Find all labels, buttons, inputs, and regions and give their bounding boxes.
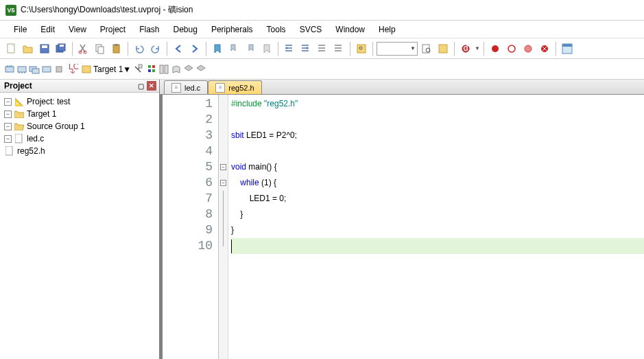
menu-flash[interactable]: Flash — [132, 22, 166, 37]
project-icon: 📐 — [14, 97, 25, 106]
bookmark-toggle-button[interactable] — [210, 41, 225, 56]
tree-label: Project: test — [27, 97, 70, 106]
titlebar: V5 C:\Users\hongy\Downloads\test.uvproj … — [0, 0, 644, 21]
svg-rect-14 — [422, 45, 429, 53]
breakpoint-insert-button[interactable] — [488, 41, 503, 56]
menu-svcs[interactable]: SVCS — [293, 22, 329, 37]
menu-edit[interactable]: Edit — [34, 22, 62, 37]
nav-forward-button[interactable] — [187, 41, 202, 56]
tab-led-c[interactable]: ≡led.c — [164, 80, 208, 94]
manage-env-button[interactable] — [158, 64, 169, 75]
svg-rect-32 — [82, 66, 91, 73]
tree-project-root[interactable]: − 📐 Project: test — [1, 95, 158, 108]
close-panel-button[interactable]: ✕ — [147, 81, 156, 91]
file-icon: ≡ — [171, 83, 181, 93]
tree-source-group[interactable]: − Source Group 1 — [1, 120, 158, 132]
books-button[interactable] — [171, 64, 182, 75]
file-extensions-button[interactable] — [146, 64, 157, 75]
translate-button[interactable] — [4, 64, 15, 75]
breakpoint-kill-button[interactable] — [537, 41, 552, 56]
collapse-icon[interactable]: − — [4, 123, 12, 130]
target-selector[interactable]: Target 1▼ — [93, 65, 131, 74]
window-title: C:\Users\hongy\Downloads\test.uvproj - 礦… — [21, 4, 193, 16]
code-area[interactable]: 12345678910 −− #include "reg52.h"sbit LE… — [160, 95, 644, 359]
batch-build-button[interactable] — [41, 64, 52, 75]
file-icon — [4, 146, 15, 156]
copy-button[interactable] — [93, 41, 108, 56]
download-button[interactable]: LOAD — [67, 64, 78, 75]
menu-peripherals[interactable]: Peripherals — [204, 22, 260, 37]
line-number-gutter: 12345678910 — [163, 95, 219, 359]
target-options-button[interactable] — [81, 64, 92, 75]
options-button[interactable] — [132, 64, 143, 75]
app-icon: V5 — [5, 5, 16, 16]
find-combo[interactable]: ▼ — [377, 42, 418, 56]
outdent-button[interactable] — [298, 41, 313, 56]
svg-text:d: d — [464, 43, 468, 53]
redo-button[interactable] — [148, 41, 163, 56]
rebuild-button[interactable] — [29, 64, 40, 75]
project-panel: Project ▢ ✕ − 📐 Project: test − Target 1… — [0, 80, 160, 359]
target-selector-label: Target 1 — [93, 65, 123, 74]
svg-text:LOAD: LOAD — [69, 64, 78, 71]
debug-button[interactable]: d — [458, 41, 473, 56]
tab-reg52-h[interactable]: ≡reg52.h — [208, 80, 261, 94]
undo-button[interactable] — [132, 41, 147, 56]
collapse-icon[interactable]: − — [4, 98, 12, 106]
breakpoint-disable-button[interactable] — [521, 41, 536, 56]
svg-rect-41 — [5, 146, 12, 155]
svg-rect-5 — [60, 45, 64, 47]
svg-point-20 — [508, 45, 515, 52]
svg-rect-12 — [357, 45, 366, 53]
find-button[interactable] — [354, 41, 369, 56]
tree-target[interactable]: − Target 1 — [1, 108, 158, 120]
bookmark-clear-button[interactable] — [259, 41, 274, 56]
menu-window[interactable]: Window — [329, 22, 372, 37]
menu-file[interactable]: File — [7, 22, 34, 37]
tree-file-reg52-h[interactable]: reg52.h — [1, 145, 158, 157]
paste-button[interactable] — [109, 41, 124, 56]
svg-rect-33 — [139, 65, 142, 68]
project-tree[interactable]: − 📐 Project: test − Target 1 − Source Gr… — [0, 93, 159, 359]
bookmark-next-button[interactable] — [243, 41, 258, 56]
find-in-files-button[interactable] — [419, 41, 434, 56]
tree-file-led-c[interactable]: − led.c — [1, 132, 158, 145]
fold-gutter[interactable]: −− — [219, 95, 228, 359]
menu-tools[interactable]: Tools — [260, 22, 293, 37]
svg-rect-25 — [5, 67, 14, 72]
collapse-icon[interactable]: − — [4, 135, 12, 143]
svg-rect-37 — [152, 69, 155, 72]
find-next-button[interactable] — [436, 41, 451, 56]
build-button[interactable] — [16, 64, 27, 75]
breakpoint-toggle-button[interactable] — [504, 41, 519, 56]
file-icon — [14, 134, 25, 143]
collapse-icon[interactable]: − — [4, 111, 12, 118]
nav-back-button[interactable] — [171, 41, 186, 56]
bookmark-prev-button[interactable] — [226, 41, 241, 56]
svg-rect-24 — [562, 44, 572, 47]
code-content[interactable]: #include "reg52.h"sbit LED1 = P2^0;void … — [228, 95, 644, 359]
pin-icon[interactable]: ▢ — [138, 82, 144, 90]
menu-view[interactable]: View — [62, 22, 93, 37]
menu-help[interactable]: Help — [372, 22, 403, 37]
editor-tabbar: ≡led.c≡reg52.h — [160, 80, 644, 95]
svg-rect-34 — [148, 65, 151, 68]
menu-project[interactable]: Project — [93, 22, 132, 37]
pack-button[interactable] — [195, 64, 206, 75]
svg-rect-28 — [32, 69, 39, 73]
menu-debug[interactable]: Debug — [167, 22, 204, 37]
save-all-button[interactable] — [53, 41, 69, 56]
indent-button[interactable] — [282, 41, 297, 56]
pack-installer-button[interactable] — [183, 64, 194, 75]
comment-button[interactable] — [315, 41, 330, 56]
save-button[interactable] — [37, 41, 52, 56]
tree-label: Source Group 1 — [27, 121, 85, 131]
tab-label: reg52.h — [228, 84, 254, 92]
stop-build-button[interactable] — [53, 64, 64, 75]
cut-button[interactable] — [76, 41, 91, 56]
open-file-button[interactable] — [21, 41, 36, 56]
uncomment-button[interactable] — [331, 41, 346, 56]
svg-rect-9 — [98, 47, 104, 54]
new-file-button[interactable] — [4, 41, 19, 56]
window-config-button[interactable] — [560, 41, 575, 56]
